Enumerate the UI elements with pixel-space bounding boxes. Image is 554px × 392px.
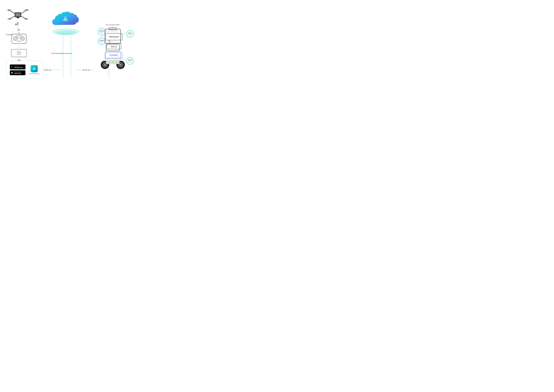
live-feed-label: Live Feed Vehicles & Sensors xyxy=(51,53,72,54)
drone-svg xyxy=(7,7,29,22)
app-store-line1: Download on the xyxy=(14,71,21,72)
apps-box: GET IT ON Google Play Download on the Ap… xyxy=(6,61,43,79)
svg-point-31 xyxy=(34,68,35,69)
svg-rect-47 xyxy=(116,31,118,32)
svg-rect-46 xyxy=(113,31,115,32)
svg-point-24 xyxy=(21,38,24,40)
store-buttons: GET IT ON Google Play Download on the Ap… xyxy=(10,64,26,75)
svg-rect-45 xyxy=(110,31,112,32)
svg-point-65 xyxy=(109,62,110,63)
svg-point-34 xyxy=(58,32,74,35)
drone xyxy=(7,7,29,22)
svg-point-53 xyxy=(112,55,113,55)
svg-point-66 xyxy=(112,62,113,63)
sensor2-label: Sensor2 xyxy=(128,32,132,36)
app-store-line2: App Store xyxy=(14,72,21,74)
sensor1-label: Sensor1 xyxy=(128,59,132,63)
any-unmanned-label: Any Unmanned Vehicle xyxy=(105,24,119,26)
cloud-container xyxy=(49,7,83,38)
4g-label-right: ((( 4G ))) xyxy=(83,69,90,71)
diagram-container: RF Controller Mobiledevice xyxy=(0,0,138,98)
cloud-svg xyxy=(49,8,83,37)
robot-svg xyxy=(101,27,125,71)
cgc-pilot-icon xyxy=(31,65,38,72)
svg-rect-49 xyxy=(105,52,121,59)
apps-line-right xyxy=(22,57,35,61)
sensor2-bubble: Sensor2 xyxy=(126,30,134,38)
svg-rect-48 xyxy=(106,45,119,51)
svg-point-60 xyxy=(119,64,122,66)
apps-line-left xyxy=(11,57,16,61)
svg-point-14 xyxy=(26,18,27,20)
google-play-icon xyxy=(11,66,14,68)
wifi-icon xyxy=(17,29,21,31)
svg-rect-44 xyxy=(107,31,109,32)
svg-point-11 xyxy=(8,9,10,11)
controller xyxy=(11,32,27,45)
svg-point-39 xyxy=(64,18,66,20)
sensor1-bubble: Sensor1 xyxy=(126,57,134,65)
svg-point-12 xyxy=(26,9,28,11)
robot-vehicle xyxy=(101,27,125,71)
google-play-line2: Google Play xyxy=(14,67,23,68)
svg-rect-40 xyxy=(105,29,121,44)
svg-rect-27 xyxy=(17,35,21,38)
svg-rect-0 xyxy=(16,14,20,16)
google-play-button[interactable]: GET IT ON Google Play xyxy=(10,64,26,69)
svg-point-22 xyxy=(14,38,16,40)
controller-svg xyxy=(11,32,27,45)
apps-section-label: Apps xyxy=(17,59,21,61)
svg-rect-26 xyxy=(19,41,20,42)
svg-point-54 xyxy=(116,55,117,55)
svg-point-52 xyxy=(109,55,110,55)
svg-rect-25 xyxy=(17,41,18,42)
apple-icon xyxy=(11,71,14,74)
svg-point-13 xyxy=(9,18,10,20)
svg-point-57 xyxy=(104,64,106,66)
svg-rect-41 xyxy=(109,28,117,30)
mobile-device: Mobiledevice xyxy=(11,49,27,57)
svg-point-17 xyxy=(24,10,25,10)
rf-label: RF xyxy=(15,23,18,26)
controller-label: Controller xyxy=(6,34,13,35)
google-play-line1: GET IT ON xyxy=(14,66,23,67)
svg-point-2 xyxy=(17,17,19,18)
cgc-pilot: CGC Pilot for DJI xyxy=(29,65,39,75)
4g-label-left: ((( 4G ))) xyxy=(44,69,51,71)
mobile-label: Mobiledevice xyxy=(17,51,21,55)
svg-point-16 xyxy=(11,10,12,10)
svg-point-67 xyxy=(116,62,117,63)
cgc-pilot-label: CGC Pilot for DJI xyxy=(29,73,39,75)
app-store-button[interactable]: Download on the App Store xyxy=(10,70,26,75)
cgc-logo-icon xyxy=(32,66,36,71)
